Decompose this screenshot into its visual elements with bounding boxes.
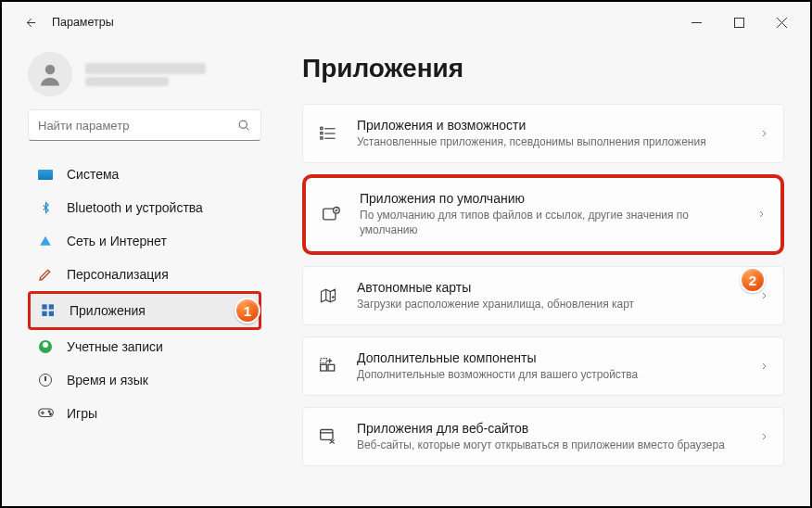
card-title: Приложения и возможности — [357, 118, 742, 133]
card-title: Дополнительные компоненты — [357, 350, 742, 365]
nav: Система Bluetooth и устройства Сеть и Ин… — [28, 158, 261, 430]
sidebar-item-label: Сеть и Интернет — [67, 234, 167, 248]
sidebar-item-label: Персонализация — [67, 267, 169, 282]
components-icon — [318, 356, 338, 376]
clock-icon — [37, 372, 54, 388]
svg-rect-29 — [321, 430, 333, 440]
svg-rect-25 — [328, 364, 335, 371]
back-button[interactable] — [19, 11, 41, 33]
svg-rect-20 — [321, 133, 323, 134]
sidebar-item-personalization[interactable]: Персонализация — [28, 258, 261, 291]
bluetooth-icon — [37, 199, 54, 216]
wifi-icon — [37, 233, 54, 249]
list-icon — [318, 123, 338, 144]
svg-rect-21 — [321, 137, 323, 139]
svg-rect-1 — [734, 18, 743, 27]
card-title: Приложения по умолчанию — [360, 191, 739, 206]
annotation-badge-2: 2 — [740, 267, 766, 293]
chevron-right-icon — [760, 127, 768, 140]
minimize-icon — [691, 18, 702, 28]
svg-point-14 — [48, 411, 50, 413]
display-icon — [37, 166, 54, 183]
sidebar-item-label: Игры — [67, 406, 97, 421]
svg-point-15 — [49, 413, 51, 415]
sidebar-item-system[interactable]: Система — [28, 158, 261, 191]
svg-rect-26 — [321, 359, 327, 363]
apps-icon — [40, 302, 57, 319]
card-desc: Установленные приложения, псевдонимы вып… — [357, 134, 742, 149]
svg-point-4 — [45, 65, 56, 75]
card-desc: Дополнительные возможности для вашего ус… — [357, 367, 742, 382]
sidebar-item-label: Система — [67, 167, 119, 182]
gamepad-icon — [37, 405, 54, 422]
minimize-button[interactable] — [675, 7, 717, 37]
svg-rect-9 — [42, 311, 46, 316]
arrow-left-icon — [23, 16, 37, 30]
card-title: Приложения для веб-сайтов — [357, 421, 742, 436]
svg-rect-8 — [49, 304, 54, 309]
chevron-right-icon — [760, 360, 768, 373]
search-box[interactable] — [28, 109, 261, 141]
titlebar: Параметры — [2, 2, 810, 43]
chevron-right-icon — [760, 289, 768, 302]
map-icon — [318, 286, 338, 306]
svg-rect-10 — [49, 311, 54, 316]
chevron-right-icon — [757, 208, 766, 221]
card-default-apps[interactable]: Приложения по умолчанию По умолчанию для… — [302, 174, 784, 254]
card-optional-features[interactable]: Дополнительные компоненты Дополнительные… — [302, 337, 784, 396]
window-title: Параметры — [52, 16, 114, 29]
maximize-icon — [734, 18, 744, 28]
account-block[interactable] — [28, 48, 261, 109]
chevron-right-icon — [760, 430, 768, 443]
search-input[interactable] — [38, 119, 237, 133]
sidebar-item-apps[interactable]: Приложения 1 — [28, 291, 261, 330]
sidebar-item-time-language[interactable]: Время и язык — [28, 363, 261, 397]
brush-icon — [37, 266, 54, 283]
svg-rect-7 — [42, 304, 46, 309]
annotation-badge-1: 1 — [235, 298, 260, 324]
card-desc: По умолчанию для типов файлов и ссылок, … — [360, 208, 739, 237]
card-desc: Веб-сайты, которые могут открываться в п… — [357, 438, 742, 452]
default-apps-icon — [321, 204, 341, 224]
sidebar-item-label: Bluetooth и устройства — [67, 200, 203, 215]
svg-line-6 — [246, 127, 248, 130]
svg-rect-19 — [321, 127, 323, 129]
account-text — [85, 60, 206, 89]
card-desc: Загрузки расположение хранилища, обновле… — [357, 297, 742, 311]
search-icon — [237, 119, 251, 133]
sidebar-item-label: Приложения — [70, 303, 146, 318]
close-icon — [777, 18, 787, 28]
sidebar-item-label: Время и язык — [67, 373, 148, 387]
card-apps-for-websites[interactable]: Приложения для веб-сайтов Веб-сайты, кот… — [302, 407, 784, 466]
card-list: Приложения и возможности Установленные п… — [302, 104, 784, 466]
page-title: Приложения — [302, 54, 784, 83]
sidebar-item-gaming[interactable]: Игры — [28, 397, 261, 430]
content: Система Bluetooth и устройства Сеть и Ин… — [2, 43, 810, 506]
close-button[interactable] — [760, 7, 803, 37]
card-offline-maps[interactable]: Автономные карты Загрузки расположение х… — [302, 266, 784, 325]
card-apps-features[interactable]: Приложения и возможности Установленные п… — [302, 104, 784, 163]
account-email-redacted — [85, 77, 169, 86]
sidebar-item-network[interactable]: Сеть и Интернет — [28, 224, 261, 258]
card-title: Автономные карты — [357, 280, 742, 295]
sidebar-item-label: Учетные записи — [67, 339, 163, 354]
sidebar-item-bluetooth[interactable]: Bluetooth и устройства — [28, 191, 261, 224]
account-name-redacted — [85, 63, 206, 74]
sidebar-item-accounts[interactable]: Учетные записи — [28, 330, 261, 363]
account-icon — [37, 338, 54, 355]
svg-point-5 — [239, 121, 247, 128]
sidebar: Система Bluetooth и устройства Сеть и Ин… — [2, 43, 280, 506]
maximize-button[interactable] — [717, 7, 760, 37]
person-icon — [36, 60, 64, 88]
svg-rect-24 — [321, 364, 327, 371]
avatar — [28, 52, 72, 96]
website-app-icon — [318, 426, 338, 447]
main: Приложения Приложения и возможности Уста… — [280, 43, 810, 506]
